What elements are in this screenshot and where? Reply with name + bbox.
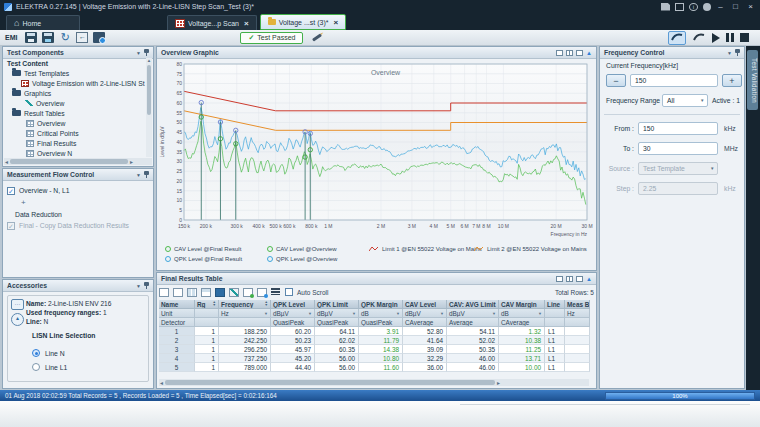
- edit-verdict-icon[interactable]: [313, 33, 323, 41]
- overview-graphic-header[interactable]: Overview Graphic ▲: [157, 47, 596, 59]
- table-cell[interactable]: 10.80: [359, 354, 403, 363]
- tab-close-icon[interactable]: ×: [244, 19, 249, 28]
- table-cell[interactable]: 10.00: [499, 363, 545, 372]
- column-header-meas-b[interactable]: Meas B: [565, 300, 590, 309]
- tree-item-voltage-emission-with-2-line-lisn-st[interactable]: Voltage Emission with 2-Line-LISN St: [4, 78, 152, 88]
- copy-all-icon[interactable]: [173, 288, 183, 297]
- table-cell[interactable]: 789.000: [219, 363, 271, 372]
- automated-measurement-icon[interactable]: [691, 32, 707, 44]
- scroll-right-icon[interactable]: ►: [496, 380, 501, 386]
- table-cell[interactable]: 188.250: [219, 327, 271, 336]
- export-image-icon[interactable]: [556, 276, 563, 282]
- export-add-blue-icon[interactable]: [257, 288, 267, 297]
- table-cell[interactable]: L1: [545, 336, 565, 345]
- pin-icon[interactable]: [144, 282, 149, 289]
- table-cell[interactable]: 13.71: [499, 354, 545, 363]
- show-in-graph-icon[interactable]: [229, 288, 239, 297]
- column-header-cav-margin[interactable]: CAV Margin: [499, 300, 545, 309]
- table-cell[interactable]: 11.60: [359, 363, 403, 372]
- column-header-line[interactable]: Line: [545, 300, 565, 309]
- table-cell[interactable]: 52.02: [447, 336, 499, 345]
- legend-item[interactable]: CAV Level @Final Result: [165, 244, 242, 254]
- table-cell[interactable]: 52.80: [403, 327, 447, 336]
- table-cell[interactable]: 56.00: [315, 354, 359, 363]
- float-window-icon[interactable]: [576, 50, 583, 56]
- column-header-qpk-level[interactable]: QPK Level: [271, 300, 315, 309]
- detector-cell[interactable]: QuasiPeak: [359, 318, 403, 327]
- tree-item-final-results[interactable]: Final Results: [4, 138, 152, 148]
- column-header-frequency[interactable]: Frequency▲▼: [219, 300, 271, 309]
- flow-control-header[interactable]: Measurement Flow Control ▼: [3, 169, 153, 181]
- unit-cell[interactable]: [195, 309, 219, 318]
- info-icon[interactable]: i: [689, 3, 698, 11]
- column-header-qpk-margin[interactable]: QPK Margin: [359, 300, 403, 309]
- clear-results-icon[interactable]: ←: [76, 32, 88, 43]
- tab-close-icon[interactable]: ×: [333, 18, 338, 27]
- column-header-cav-avg-limit[interactable]: CAV: AVG Limit: [447, 300, 499, 309]
- unit-cell[interactable]: dB▼: [499, 309, 545, 318]
- detector-cell[interactable]: QuasiPeak: [315, 318, 359, 327]
- interactive-measurement-icon[interactable]: [668, 31, 686, 45]
- legend-item[interactable]: Limit 1 @EN 55022 Voltage on Mains: [369, 244, 482, 254]
- table-cell[interactable]: 60.20: [271, 327, 315, 336]
- table-cell[interactable]: 737.250: [219, 354, 271, 363]
- scroll-left-icon[interactable]: ◄: [4, 159, 9, 165]
- unit-dropdown-icon[interactable]: ▼: [308, 311, 312, 316]
- table-cell[interactable]: 1: [195, 327, 219, 336]
- table-cell[interactable]: 39.09: [403, 345, 447, 354]
- tree-item-overview-n[interactable]: Overview N: [4, 148, 152, 158]
- float-window-icon[interactable]: [576, 276, 583, 282]
- tree-horizontal-scrollbar[interactable]: ◄ ►: [4, 158, 152, 165]
- save-as-icon[interactable]: [42, 32, 54, 43]
- unit-cell[interactable]: dBµV▼: [447, 309, 499, 318]
- table-cell[interactable]: 45.97: [271, 345, 315, 354]
- tree-item-test-templates[interactable]: Test Templates: [4, 68, 152, 78]
- current-frequency-input[interactable]: 150: [630, 74, 718, 87]
- tab-home[interactable]: ⌂ Home: [6, 15, 80, 30]
- detector-cell[interactable]: Average: [447, 318, 499, 327]
- tab-voltage-test[interactable]: Voltage ...st (3)* ×: [260, 14, 346, 30]
- unit-dropdown-icon[interactable]: ▼: [492, 311, 496, 316]
- from-input[interactable]: 150: [638, 122, 718, 135]
- unit-cell[interactable]: dBµV▼: [315, 309, 359, 318]
- radio-selected-icon[interactable]: [32, 349, 40, 357]
- legend-item[interactable]: QPK Level @Overview: [267, 254, 337, 264]
- tree-item-overview[interactable]: Overview: [4, 98, 152, 108]
- table-cell[interactable]: 60.35: [315, 345, 359, 354]
- legend-item[interactable]: CAV Level @Overview: [267, 244, 337, 254]
- tab-test-validation[interactable]: Test Validation: [747, 50, 758, 110]
- table-cell[interactable]: 2: [159, 336, 195, 345]
- radio-line-n[interactable]: Line N: [32, 346, 95, 360]
- unit-cell[interactable]: [545, 309, 565, 318]
- table-cell[interactable]: 11.79: [359, 336, 403, 345]
- legend-item[interactable]: QPK Level @Final Result: [165, 254, 242, 264]
- unit-dropdown-icon[interactable]: ▼: [396, 311, 400, 316]
- table-cell[interactable]: 41.64: [403, 336, 447, 345]
- table-cell[interactable]: 46.00: [447, 363, 499, 372]
- tree-item-graphics[interactable]: Graphics: [4, 88, 152, 98]
- table-cell[interactable]: [565, 354, 590, 363]
- table-cell[interactable]: 1.32: [499, 327, 545, 336]
- overview-chart[interactable]: 05101520253035404550556065707580150 k200…: [158, 59, 595, 245]
- instrument-icon[interactable]: [93, 32, 105, 43]
- table-cell[interactable]: 1: [195, 336, 219, 345]
- table-cell[interactable]: 62.02: [315, 336, 359, 345]
- table-cell[interactable]: 5: [159, 363, 195, 372]
- radio-line-l1[interactable]: Line L1: [32, 360, 95, 374]
- stop-button[interactable]: [740, 33, 749, 42]
- table-cell[interactable]: 50.23: [271, 336, 315, 345]
- final-results-header[interactable]: Final Results Table ▲: [157, 273, 596, 285]
- frequency-decrement-button[interactable]: −: [606, 74, 626, 87]
- unit-cell[interactable]: dBµV▼: [271, 309, 315, 318]
- table-cell[interactable]: 14.38: [359, 345, 403, 354]
- auto-scroll-checkbox[interactable]: [285, 288, 293, 296]
- accessory-menu-icon[interactable]: ···: [11, 299, 24, 310]
- sort-icons[interactable]: ▲▼: [265, 301, 268, 307]
- chevron-down-icon[interactable]: ▼: [136, 283, 141, 289]
- table-cell[interactable]: 10.38: [499, 336, 545, 345]
- detector-cell[interactable]: QuasiPeak: [271, 318, 315, 327]
- table-cell[interactable]: 50.35: [447, 345, 499, 354]
- play-button[interactable]: [712, 33, 720, 43]
- select-icon[interactable]: [215, 288, 225, 297]
- table-cell[interactable]: 56.00: [315, 363, 359, 372]
